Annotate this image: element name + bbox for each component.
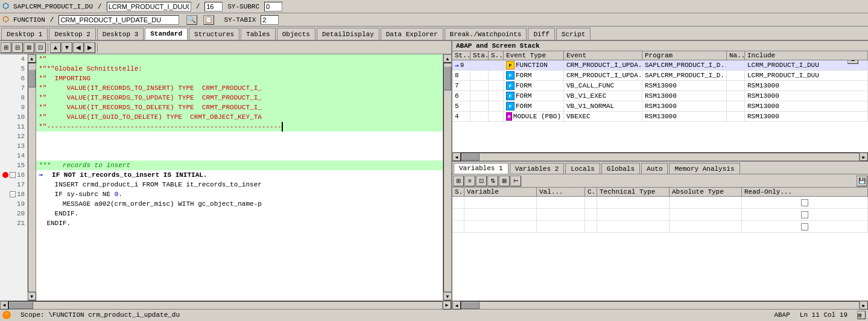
vars-cell-2-s bbox=[452, 209, 464, 220]
stack-hscroll-thumb[interactable] bbox=[461, 153, 480, 160]
stack-cell-6-s bbox=[489, 91, 504, 101]
vars-cell-2-c bbox=[585, 209, 597, 220]
toolbar-btn-4[interactable]: ⊡ bbox=[35, 42, 46, 53]
vars-col-c: C... bbox=[585, 188, 597, 196]
slash1: / bbox=[98, 3, 102, 10]
tab-script[interactable]: Script bbox=[556, 28, 591, 40]
tab-diff[interactable]: Diff bbox=[528, 28, 554, 40]
tab-breakwatchpoints[interactable]: Break./Watchpoints bbox=[445, 28, 527, 40]
vscroll-down[interactable]: ▼ bbox=[28, 292, 36, 300]
line-num-21: 21 bbox=[0, 218, 27, 228]
stack-row-7[interactable]: 7 F FORM VB_CALL_FUNC RSM13000 RSM13000 bbox=[452, 81, 868, 91]
vars-cell-1-c bbox=[585, 197, 597, 208]
tab-locals[interactable]: Locals bbox=[565, 163, 600, 174]
tab-tables[interactable]: Tables bbox=[241, 28, 276, 40]
stack-row-4[interactable]: 4 M MODULE (PBO) VBEXEC RSM13000 RSM1300… bbox=[452, 112, 868, 122]
stack-cell-6-prog: RSM13000 bbox=[642, 91, 727, 101]
toolbar-btn-1[interactable]: ⊞ bbox=[1, 42, 11, 53]
readonly-checkbox-3[interactable] bbox=[801, 223, 808, 230]
toolbar-btn-3[interactable]: ⊠ bbox=[24, 42, 34, 53]
tab-structures[interactable]: Structures bbox=[189, 28, 239, 40]
stack-col-include: Include bbox=[745, 51, 868, 60]
stack-row-8[interactable]: 8 F FORM CRM_PRODUCT_I_UPDA... SAPLCRM_P… bbox=[452, 71, 868, 81]
vars-cell-3-val bbox=[537, 221, 585, 232]
stack-cell-7-inc: RSM13000 bbox=[745, 81, 868, 91]
tab-detaildisplay[interactable]: DetailDisplay bbox=[317, 28, 379, 40]
rvscroll-up[interactable]: ▲ bbox=[443, 54, 451, 63]
toolbar-btn-2[interactable]: ⊟ bbox=[12, 42, 23, 53]
tab-desktop1[interactable]: Desktop 1 bbox=[1, 28, 48, 40]
hscroll-left[interactable]: ◀ bbox=[0, 301, 8, 310]
vars-hscroll-right[interactable]: ▶ bbox=[860, 301, 868, 310]
tab-objects[interactable]: Objects bbox=[277, 28, 315, 40]
stack-row-5[interactable]: 5 F FORM VB_V1_NORMAL RSM13000 RSM13000 bbox=[452, 101, 868, 112]
vars-cell-2-var bbox=[464, 209, 537, 220]
vars-cell-3-var bbox=[464, 221, 537, 232]
toolbar-btn-7[interactable]: ◀ bbox=[73, 42, 84, 53]
tab-auto[interactable]: Auto bbox=[641, 163, 668, 174]
tab-variables1[interactable]: Variables 1 bbox=[454, 163, 508, 174]
function-module-field1[interactable] bbox=[107, 2, 191, 11]
stack-cell-5-event: VB_V1_NORMAL bbox=[564, 101, 642, 111]
toolbar-row1: ⬡ SAPLCRM_PRODUCT_I_DU / / SY-SUBRC bbox=[0, 0, 868, 13]
stack-hscroll: ◀ ▶ bbox=[452, 153, 868, 161]
tab-dataexplorer[interactable]: Data Explorer bbox=[381, 28, 443, 40]
line-num-11: 11 bbox=[0, 122, 27, 132]
stack-cell-9-na bbox=[727, 60, 745, 70]
expand-16[interactable]: - bbox=[10, 172, 16, 178]
stack-hscroll-right[interactable]: ▶ bbox=[860, 153, 868, 161]
vars-btn-save[interactable]: 💾 bbox=[857, 176, 867, 186]
stack-cell-4-na bbox=[727, 112, 745, 121]
vars-btn-sort[interactable]: ⇅ bbox=[487, 176, 498, 186]
hscroll-thumb[interactable] bbox=[9, 302, 33, 309]
code-area: 4 5 6 7 8 9 10 11 12 13 14 15 - 16 17 bbox=[0, 54, 451, 300]
hscroll-container: ◀ ▶ bbox=[0, 301, 451, 310]
expand-18[interactable]: - bbox=[10, 191, 16, 197]
stack-cell-5-st: 5 bbox=[452, 101, 470, 111]
toolbar-btn-6[interactable]: ▼ bbox=[62, 42, 72, 53]
vars-btn-group[interactable]: ⊠ bbox=[499, 176, 510, 186]
list-btn[interactable]: 📋 bbox=[203, 15, 214, 25]
form-icon-5: F bbox=[506, 102, 515, 110]
vars-btn-grid[interactable]: ⊞ bbox=[453, 176, 464, 186]
vscroll-thumb[interactable] bbox=[28, 69, 36, 87]
tab-variables2[interactable]: Variables 2 bbox=[510, 163, 565, 174]
code-line-4: *" bbox=[36, 54, 443, 64]
vars-row-3[interactable] bbox=[452, 221, 868, 233]
rvscroll-down[interactable]: ▼ bbox=[443, 292, 451, 300]
toolbar-btn-8[interactable]: ▶ bbox=[84, 42, 95, 53]
code-line-5: *"*"Globale Schnittstelle: bbox=[36, 64, 443, 74]
tab-memory-analysis[interactable]: Memory Analysis bbox=[669, 163, 740, 174]
vscroll-up[interactable]: ▲ bbox=[28, 54, 36, 63]
vars-hscroll-thumb[interactable] bbox=[461, 302, 480, 309]
position-indicator: Ln 11 Col 19 bbox=[800, 311, 847, 319]
code-lines[interactable]: *" *"*"Globale Schnittstelle: *" IMPORTI… bbox=[36, 54, 443, 300]
stack-row-6[interactable]: 6 F FORM VB_V1_EXEC RSM13000 RSM13000 bbox=[452, 91, 868, 101]
stack-cell-9-etype: F FUNCTION bbox=[504, 60, 564, 70]
tab-globals[interactable]: Globals bbox=[601, 163, 640, 174]
vars-cell-1-tech bbox=[597, 197, 670, 208]
vars-hscroll-left[interactable]: ◀ bbox=[452, 301, 461, 310]
line-field[interactable] bbox=[204, 2, 223, 11]
vars-btn-expand[interactable]: ⊢ bbox=[510, 176, 521, 186]
rvscroll-thumb[interactable] bbox=[444, 66, 451, 91]
hscroll-right[interactable]: ▶ bbox=[443, 301, 451, 310]
toolbar-btn-5[interactable]: ▲ bbox=[50, 42, 61, 53]
tab-standard[interactable]: Standard bbox=[145, 28, 188, 40]
stack-row-9[interactable]: ⇒ 9 F FUNCTION CRM_PRODUCT_I_UPDA... SAP… bbox=[452, 60, 868, 71]
vars-header: S... Variable Val... C... Technical Type… bbox=[452, 188, 868, 197]
readonly-checkbox-2[interactable] bbox=[801, 211, 808, 218]
stack-hscroll-left[interactable]: ◀ bbox=[452, 153, 461, 161]
tab-desktop2[interactable]: Desktop 2 bbox=[49, 28, 95, 40]
sy-tabix-value[interactable] bbox=[261, 15, 279, 25]
program-name: SAPLCRM_PRODUCT_I_DU bbox=[13, 3, 93, 10]
search-btn[interactable]: 🔍 bbox=[186, 15, 197, 25]
vars-row-2[interactable] bbox=[452, 209, 868, 221]
sy-subrc-value[interactable] bbox=[264, 2, 282, 11]
readonly-checkbox-1[interactable] bbox=[801, 199, 808, 206]
function-name-field[interactable] bbox=[59, 15, 179, 25]
tab-desktop3[interactable]: Desktop 3 bbox=[97, 28, 144, 40]
vars-row-1[interactable] bbox=[452, 197, 868, 209]
vars-btn-columns[interactable]: ≡ bbox=[464, 176, 475, 186]
vars-btn-filter[interactable]: ⊡ bbox=[476, 176, 487, 186]
